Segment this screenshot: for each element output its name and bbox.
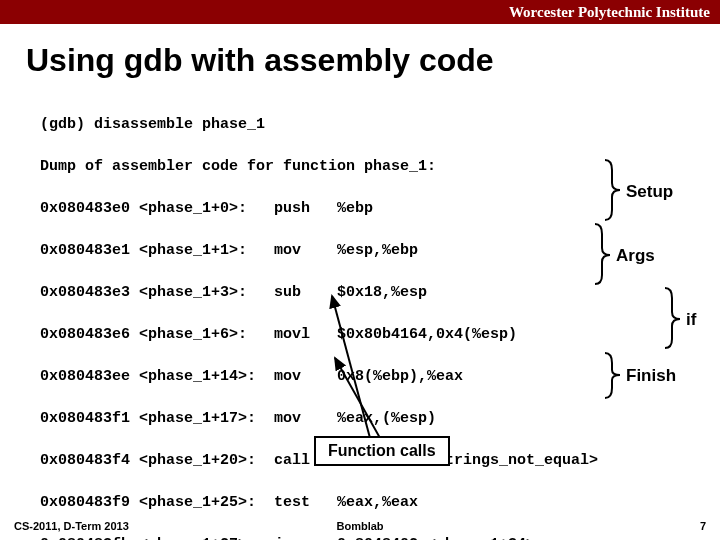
code-line: 0x080483e0 <phase_1+0>: push %ebp — [40, 198, 720, 219]
code-line: (gdb) disassemble phase_1 — [40, 114, 720, 135]
code-line: 0x080483ee <phase_1+14>: mov 0x8(%ebp),%… — [40, 366, 720, 387]
code-line: 0x080483e6 <phase_1+6>: movl $0x80b4164,… — [40, 324, 720, 345]
code-line: 0x080483e3 <phase_1+3>: sub $0x18,%esp — [40, 282, 720, 303]
slide-footer: CS-2011, D-Term 2013 Bomblab 7 — [0, 520, 720, 532]
annotation-if: if — [686, 310, 696, 330]
disassembly-listing: (gdb) disassemble phase_1 Dump of assemb… — [40, 93, 720, 540]
annotation-setup: Setup — [626, 182, 673, 202]
annotation-finish: Finish — [626, 366, 676, 386]
code-line: 0x080483f1 <phase_1+17>: mov %eax,(%esp) — [40, 408, 720, 429]
function-calls-box: Function calls — [314, 436, 450, 466]
code-line: Dump of assembler code for function phas… — [40, 156, 720, 177]
code-line: 0x080483f9 <phase_1+25>: test %eax,%eax — [40, 492, 720, 513]
function-calls-label: Function calls — [328, 442, 436, 459]
footer-left: CS-2011, D-Term 2013 — [14, 520, 129, 532]
footer-center: Bomblab — [336, 520, 383, 532]
footer-right: 7 — [700, 520, 706, 532]
header-bar: Worcester Polytechnic Institute — [0, 0, 720, 24]
slide-title: Using gdb with assembly code — [26, 42, 720, 79]
annotation-args: Args — [616, 246, 655, 266]
institution-label: Worcester Polytechnic Institute — [509, 4, 710, 20]
code-line: 0x080483fb <phase_1+27>: je 0x8048402 <p… — [40, 534, 720, 540]
